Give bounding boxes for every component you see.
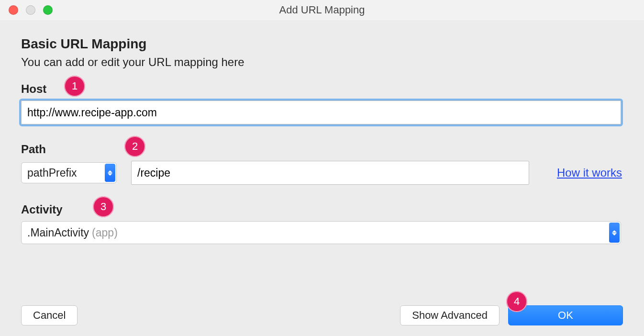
cancel-button[interactable]: Cancel — [21, 305, 78, 325]
callout-badge-4: 4 — [506, 291, 527, 312]
path-type-selected-value: pathPrefix — [27, 167, 77, 179]
ok-button[interactable]: OK — [508, 305, 623, 325]
path-type-select[interactable]: pathPrefix — [21, 162, 117, 183]
callout-badge-2: 2 — [124, 136, 145, 157]
activity-select[interactable]: .MainActivity (app) — [21, 221, 621, 244]
show-advanced-button[interactable]: Show Advanced — [400, 305, 500, 325]
section-heading: Basic URL Mapping — [21, 36, 623, 52]
callout-badge-3: 3 — [93, 196, 114, 217]
path-label: Path — [21, 143, 623, 156]
chevron-updown-icon — [609, 223, 620, 243]
callout-badge-1: 1 — [64, 76, 85, 97]
titlebar: Add URL Mapping — [0, 0, 644, 20]
activity-value-secondary: (app) — [92, 226, 118, 239]
dialog-footer: Cancel Show Advanced OK — [21, 305, 623, 325]
how-it-works-link[interactable]: How it works — [557, 166, 622, 179]
path-input[interactable] — [131, 161, 529, 185]
ok-button-label: OK — [558, 309, 573, 322]
activity-value-main: .MainActivity — [27, 226, 89, 239]
window-title: Add URL Mapping — [0, 4, 644, 16]
host-label: Host — [21, 82, 623, 96]
host-input[interactable] — [21, 101, 621, 124]
chevron-updown-icon — [105, 164, 115, 182]
section-subheading: You can add or edit your URL mapping her… — [21, 56, 623, 69]
